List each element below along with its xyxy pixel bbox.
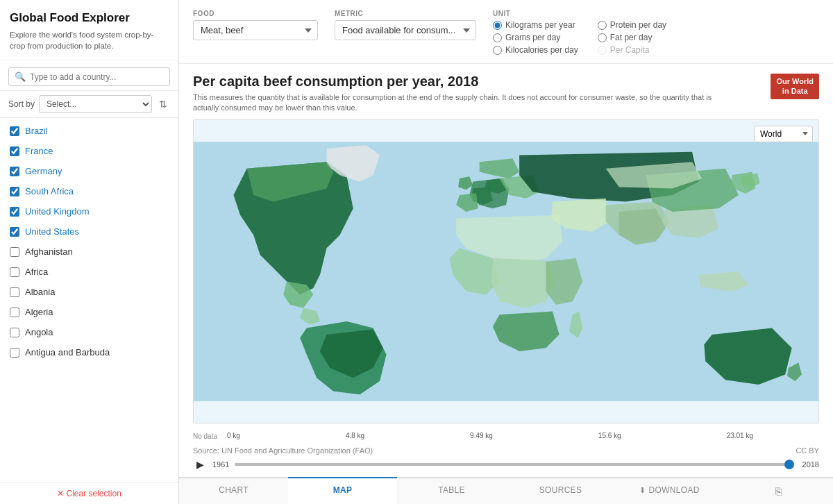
food-label: FOOD [193, 10, 318, 17]
country-label[interactable]: United States [25, 226, 79, 237]
tab-chart-label: CHART [219, 485, 249, 495]
unit-option-kg-year[interactable]: Kilograms per year [493, 20, 578, 30]
tab-download-label: DOWNLOAD [649, 485, 700, 495]
country-checkbox-angola[interactable] [10, 328, 19, 337]
tab-table-label: TABLE [438, 485, 465, 495]
list-item[interactable]: Africa [0, 262, 178, 282]
unit-option-kcal-day[interactable]: Kilocalories per day [493, 45, 578, 55]
list-item[interactable]: Algeria [0, 302, 178, 322]
country-checkbox-albania[interactable] [10, 287, 19, 297]
metric-control: METRIC Food available for consum... [335, 10, 476, 40]
list-item[interactable]: France [0, 141, 178, 161]
search-box[interactable]: 🔍 [8, 67, 170, 86]
country-checkbox-antigua[interactable] [10, 348, 19, 358]
tab-table[interactable]: TABLE [397, 477, 506, 504]
chart-title: Per capita beef consumption per year, 20… [193, 74, 771, 90]
chart-area: Per capita beef consumption per year, 20… [179, 64, 833, 477]
country-label[interactable]: Brazil [25, 126, 48, 136]
region-selector: World Europe Africa Asia Americas Oceani… [754, 126, 813, 142]
country-checkbox-germany[interactable] [10, 167, 19, 176]
list-item[interactable]: South Africa [0, 181, 178, 201]
source-row: Source: UN Food and Agriculture Organiza… [193, 446, 819, 457]
clear-selection-button[interactable]: ✕ Clear selection [57, 489, 121, 498]
owid-line2: in Data [776, 86, 814, 96]
list-item[interactable]: United States [0, 221, 178, 242]
main-content: FOOD Meat, beef METRIC Food available fo… [179, 0, 833, 504]
tab-map-label: MAP [333, 485, 353, 495]
country-list: Brazil France Germany South Africa Unite… [0, 118, 178, 482]
legend-mark-2: 9.49 kg [470, 432, 493, 439]
list-item[interactable]: Albania [0, 282, 178, 302]
filter-icon[interactable]: ⇅ [156, 97, 170, 111]
country-label[interactable]: Africa [25, 267, 48, 277]
search-area: 🔍 [0, 60, 178, 91]
sidebar-header: Global Food Explorer Explore the world's… [0, 0, 178, 60]
source-text: Source: UN Food and Agriculture Organiza… [193, 446, 373, 455]
timeline-track[interactable] [235, 463, 793, 466]
legend-mark-1: 4.8 kg [346, 432, 364, 439]
region-select[interactable]: World Europe Africa Asia Americas Oceani… [754, 126, 813, 142]
timeline-fill [235, 463, 793, 466]
search-icon: 🔍 [15, 72, 26, 82]
unit-option-grams-day[interactable]: Grams per day [493, 33, 578, 42]
sidebar-title: Global Food Explorer [10, 11, 169, 25]
source-timeline: Source: UN Food and Agriculture Organiza… [193, 444, 819, 477]
map-container: World Europe Africa Asia Americas Oceani… [193, 119, 819, 423]
country-checkbox-algeria[interactable] [10, 308, 19, 317]
list-item[interactable]: Germany [0, 161, 178, 181]
legend-no-data-label: No data [193, 432, 217, 440]
unit-option-protein-day[interactable]: Protein per day [598, 20, 666, 30]
country-label[interactable]: Albania [25, 287, 55, 297]
timeline-thumb[interactable] [784, 460, 794, 469]
tab-map[interactable]: MAP [288, 477, 397, 504]
metric-select[interactable]: Food available for consum... [335, 20, 476, 40]
food-select[interactable]: Meat, beef [193, 20, 318, 40]
list-item[interactable]: Antigua and Barbuda [0, 342, 178, 362]
sort-select[interactable]: Select... Name Value [39, 95, 152, 113]
timeline-row: ▶ 1961 2018 [193, 457, 819, 477]
country-label[interactable]: France [25, 146, 53, 156]
play-button[interactable]: ▶ [193, 457, 207, 471]
tab-share[interactable]: ⎘ [724, 477, 833, 504]
unit-row: Kilograms per year Grams per day Kilocal… [493, 20, 666, 55]
food-control: FOOD Meat, beef [193, 10, 318, 40]
country-checkbox-brazil[interactable] [10, 126, 19, 136]
country-checkbox-africa[interactable] [10, 267, 19, 277]
list-item[interactable]: Afghanistan [0, 242, 178, 262]
list-item[interactable]: Angola [0, 322, 178, 342]
legend-mark-0: 0 kg [227, 432, 240, 439]
tab-sources[interactable]: SOURCES [506, 477, 615, 504]
country-label[interactable]: Angola [25, 327, 53, 337]
world-map-svg [194, 120, 818, 423]
country-label[interactable]: Algeria [25, 307, 53, 317]
country-checkbox-afghanistan[interactable] [10, 247, 19, 257]
chart-subtitle: This measures the quantity that is avail… [193, 92, 721, 114]
controls-bar: FOOD Meat, beef METRIC Food available fo… [179, 0, 833, 64]
tab-download[interactable]: ⬇DOWNLOAD [615, 477, 724, 504]
sidebar-footer: ✕ Clear selection [0, 482, 178, 504]
country-checkbox-uk[interactable] [10, 207, 19, 217]
country-checkbox-south-africa[interactable] [10, 187, 19, 196]
owid-line1: Our World [776, 76, 814, 86]
country-label[interactable]: Antigua and Barbuda [25, 347, 110, 358]
sidebar-subtitle: Explore the world's food system crop-by-… [10, 29, 169, 51]
unit-label: UNIT [493, 10, 666, 17]
legend-mark-4: 23.01 kg [727, 432, 753, 439]
country-label[interactable]: United Kingdom [25, 206, 90, 217]
search-input[interactable] [30, 72, 164, 82]
legend-mark-3: 15.6 kg [598, 432, 621, 439]
country-label[interactable]: South Africa [25, 186, 74, 196]
country-checkbox-france[interactable] [10, 146, 19, 156]
timeline-start: 1961 [212, 460, 229, 469]
timeline-end: 2018 [802, 460, 819, 469]
country-checkbox-us[interactable] [10, 227, 19, 237]
list-item[interactable]: Brazil [0, 121, 178, 141]
list-item[interactable]: United Kingdom [0, 201, 178, 221]
tab-chart[interactable]: CHART [179, 477, 288, 504]
country-label[interactable]: Germany [25, 166, 62, 176]
unit-option-fat-day[interactable]: Fat per day [598, 33, 666, 42]
chart-title-block: Per capita beef consumption per year, 20… [193, 74, 771, 114]
country-label[interactable]: Afghanistan [25, 246, 73, 257]
sort-label: Sort by [8, 99, 35, 109]
owid-logo: Our World in Data [771, 74, 819, 99]
